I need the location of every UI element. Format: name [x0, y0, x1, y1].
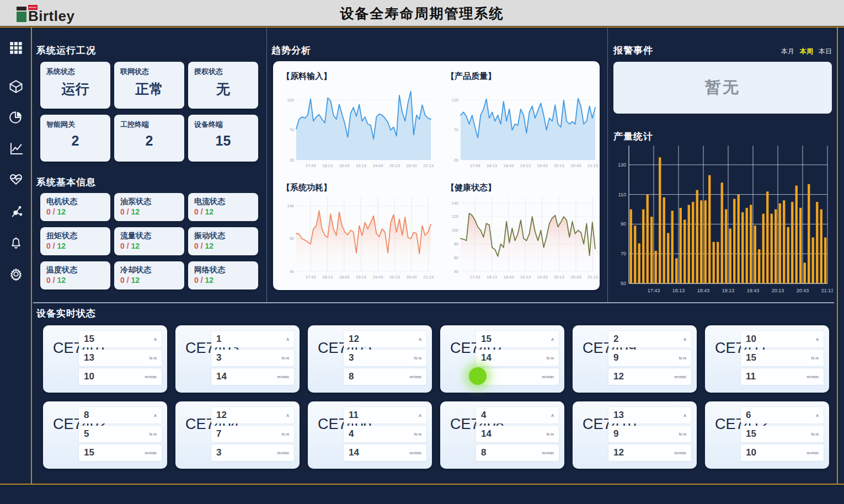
status-card[interactable]: 设备终端 15	[188, 115, 258, 162]
status-card-label: 设备终端	[194, 120, 252, 130]
device-card[interactable]: CE7404 12 A 7 N·m 3 m³/min	[175, 401, 300, 469]
svg-text:19:43: 19:43	[747, 288, 760, 293]
svg-text:19:43: 19:43	[373, 275, 383, 280]
metric-unit: A	[816, 337, 819, 341]
device-card[interactable]: CE7405 12 A 3 N·m 8 m³/min	[308, 325, 432, 393]
svg-text:21:13: 21:13	[423, 163, 434, 168]
molecule-icon[interactable]	[8, 203, 24, 219]
device-card[interactable]: CE7408 4 A 14 N·m 8 m³/min	[440, 401, 564, 469]
health-line-chart: 40608010012014017:4318:1318:4319:1319:43…	[446, 194, 600, 281]
metric-unit: N·m	[282, 356, 289, 360]
metric-value: 11	[746, 371, 756, 382]
svg-text:18:43: 18:43	[504, 163, 514, 168]
info-card[interactable]: 电流状态 0 / 12	[188, 193, 258, 221]
device-card[interactable]: CE7403 1 A 3 N·m 14 m³/min	[175, 325, 300, 393]
system-status-title: 系统运行工况	[36, 44, 96, 57]
svg-text:90: 90	[621, 221, 626, 227]
footer-bar	[0, 485, 844, 504]
metric-unit: m³/min	[145, 451, 157, 455]
svg-text:90: 90	[290, 236, 294, 241]
device-card[interactable]: CE7407 15 A 14 N·m 3 m³/min	[440, 325, 564, 393]
metric-unit: N·m	[547, 356, 554, 360]
alarm-period-tabs: 本月本周本日	[776, 46, 832, 56]
metric-unit: A	[286, 337, 289, 341]
info-card-label: 振动状态	[194, 231, 252, 241]
notification-bell-icon[interactable]	[8, 235, 24, 251]
metric-value: 13	[613, 410, 624, 421]
info-card[interactable]: 油泵状态 0 / 12	[114, 193, 184, 221]
status-card-value: 2	[120, 133, 178, 149]
svg-text:20:13: 20:13	[772, 288, 784, 293]
status-card[interactable]: 授权状态 无	[188, 62, 258, 109]
info-card-count: 0 / 12	[194, 276, 252, 285]
device-metric-row: 3 N·m	[211, 350, 294, 366]
metric-value: 12	[349, 334, 359, 345]
device-metrics: 6 A 15 N·m 10 m³/min	[741, 407, 824, 463]
info-card-count: 0 / 12	[46, 276, 104, 285]
device-metric-row: 15 A	[476, 331, 559, 347]
device-metric-row: 15 m³/min	[79, 444, 162, 461]
health-monitor-icon[interactable]	[8, 171, 24, 187]
info-card[interactable]: 温度状态 0 / 12	[40, 261, 110, 289]
info-card-label: 扭矩状态	[46, 231, 104, 241]
metric-unit: A	[419, 337, 421, 341]
metric-value: 6	[746, 410, 751, 421]
info-card[interactable]: 冷却状态 0 / 12	[114, 261, 184, 289]
settings-gear-icon[interactable]	[8, 266, 24, 282]
status-card[interactable]: 工控终端 2	[114, 115, 184, 162]
info-card-label: 冷却状态	[120, 265, 178, 275]
pie-chart-icon[interactable]	[8, 109, 24, 126]
device-card[interactable]: CE7411 10 A 15 N·m 11 m³/min	[705, 325, 829, 393]
device-card[interactable]: CE7402 8 A 5 N·m 15 m³/min	[43, 401, 167, 469]
line-chart-icon[interactable]	[8, 140, 24, 157]
svg-text:17:43: 17:43	[648, 288, 660, 293]
device-metrics: 2 A 9 N·m 12 m³/min	[608, 331, 691, 387]
alarm-tab-本日[interactable]: 本日	[819, 47, 832, 55]
info-card[interactable]: 电机状态 0 / 12	[40, 193, 110, 221]
metric-unit: N·m	[547, 432, 554, 436]
alarm-tab-本周[interactable]: 本周	[800, 47, 813, 55]
device-metric-row: 3 m³/min	[476, 368, 559, 385]
info-card[interactable]: 流量状态 0 / 12	[114, 227, 184, 255]
metric-unit: A	[683, 414, 686, 417]
column-divider-left	[266, 28, 267, 302]
svg-text:21:13: 21:13	[423, 275, 434, 280]
status-card[interactable]: 智能网关 2	[40, 115, 110, 162]
device-card[interactable]: CE7409 2 A 9 N·m 12 m³/min	[573, 325, 697, 393]
status-card-label: 联网状态	[120, 67, 178, 77]
device-metric-row: 12 A	[211, 407, 294, 423]
svg-text:20:13: 20:13	[389, 275, 400, 280]
device-metric-row: 12 A	[344, 331, 426, 347]
metric-unit: N·m	[149, 432, 157, 436]
svg-text:18:13: 18:13	[322, 275, 333, 280]
svg-text:120: 120	[287, 98, 294, 103]
device-metric-row: 15 N·m	[741, 350, 824, 366]
metric-value: 4	[481, 410, 486, 421]
metric-unit: A	[683, 337, 686, 341]
device-metrics: 12 A 7 N·m 3 m³/min	[211, 407, 294, 463]
info-card[interactable]: 网络状态 0 / 12	[188, 261, 258, 289]
device-card[interactable]: CE7406 11 A 4 N·m 14 m³/min	[308, 401, 432, 469]
system-info-grid: 电机状态 0 / 12 油泵状态 0 / 12 电流状态 0 / 12 扭矩状态…	[40, 193, 258, 289]
svg-text:70: 70	[454, 127, 458, 132]
device-metric-row: 10 m³/min	[79, 368, 162, 385]
svg-text:140: 140	[287, 203, 294, 208]
device-card[interactable]: CE7401 15 A 13 N·m 10 m³/min	[43, 325, 167, 393]
metric-value: 12	[613, 447, 624, 458]
device-card[interactable]: CE7410 13 A 9 N·m 12 m³/min	[573, 401, 697, 469]
device-metrics: 15 A 14 N·m 3 m³/min	[476, 331, 559, 387]
info-card-label: 温度状态	[46, 265, 104, 275]
device-metric-row: 8 A	[79, 407, 162, 423]
metric-unit: m³/min	[277, 375, 289, 379]
device-metric-row: 14 N·m	[476, 350, 559, 366]
alarm-empty-text: 暂无	[705, 77, 740, 99]
system-status-grid: 系统状态 运行 联网状态 正常 授权状态 无 智能网关 2 工控终端 2 设备终…	[40, 62, 258, 162]
cube-3d-icon[interactable]	[8, 78, 24, 95]
status-card[interactable]: 系统状态 运行	[40, 62, 110, 109]
alarm-tab-本月[interactable]: 本月	[781, 47, 794, 55]
info-card[interactable]: 扭矩状态 0 / 12	[40, 227, 110, 255]
apps-grid-icon[interactable]	[8, 40, 24, 56]
info-card[interactable]: 振动状态 0 / 12	[188, 227, 258, 255]
status-card[interactable]: 联网状态 正常	[114, 62, 184, 109]
device-card[interactable]: CE7412 6 A 15 N·m 10 m³/min	[705, 401, 829, 469]
